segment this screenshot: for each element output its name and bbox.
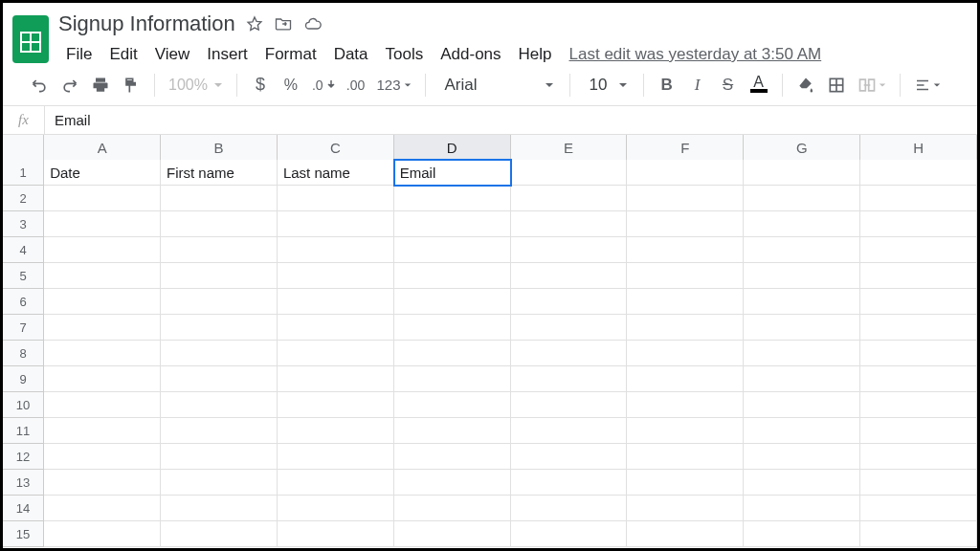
cell-A2[interactable] xyxy=(44,186,161,211)
cell-F5[interactable] xyxy=(627,263,744,289)
cell-B8[interactable] xyxy=(161,341,278,366)
cell-A11[interactable] xyxy=(44,418,161,444)
cell-D2[interactable] xyxy=(394,186,511,211)
cell-H10[interactable] xyxy=(860,392,977,418)
menu-data[interactable]: Data xyxy=(326,41,376,68)
cell-A5[interactable] xyxy=(44,263,161,289)
cell-G5[interactable] xyxy=(744,263,860,289)
cell-E5[interactable] xyxy=(511,263,628,289)
cell-H2[interactable] xyxy=(860,186,977,211)
cell-C5[interactable] xyxy=(278,263,394,289)
cell-E2[interactable] xyxy=(511,186,628,211)
column-header-D[interactable]: D xyxy=(394,135,511,160)
cell-B1[interactable]: First name xyxy=(161,160,278,186)
cell-A3[interactable] xyxy=(44,211,161,237)
cell-E14[interactable] xyxy=(511,496,628,521)
cell-F10[interactable] xyxy=(627,392,744,418)
row-header-1[interactable]: 1 xyxy=(3,160,44,186)
cell-H5[interactable] xyxy=(860,263,977,289)
font-family-select[interactable]: Arial xyxy=(435,72,560,99)
cell-A4[interactable] xyxy=(44,237,161,263)
cell-H15[interactable] xyxy=(860,521,977,547)
cell-H7[interactable] xyxy=(860,315,977,341)
row-header-12[interactable]: 12 xyxy=(3,444,44,470)
cell-B10[interactable] xyxy=(161,392,278,418)
cell-F11[interactable] xyxy=(627,418,744,444)
cell-C3[interactable] xyxy=(278,211,394,237)
cell-F8[interactable] xyxy=(627,341,744,366)
cell-E8[interactable] xyxy=(511,341,628,366)
row-header-5[interactable]: 5 xyxy=(3,263,44,289)
row-header-13[interactable]: 13 xyxy=(3,470,44,496)
cell-E11[interactable] xyxy=(511,418,628,444)
strikethrough-button[interactable]: S xyxy=(715,71,742,99)
redo-button[interactable] xyxy=(56,71,83,99)
cell-E4[interactable] xyxy=(511,237,628,263)
row-header-3[interactable]: 3 xyxy=(3,211,44,237)
row-header-10[interactable]: 10 xyxy=(3,392,44,418)
cell-C7[interactable] xyxy=(278,315,394,341)
cell-C8[interactable] xyxy=(278,341,394,366)
cell-F3[interactable] xyxy=(627,211,744,237)
cell-C10[interactable] xyxy=(278,392,394,418)
cell-G1[interactable] xyxy=(744,160,860,186)
merge-cells-button[interactable] xyxy=(854,71,890,99)
cell-F4[interactable] xyxy=(627,237,744,263)
cell-D13[interactable] xyxy=(394,470,511,496)
cell-C15[interactable] xyxy=(278,521,394,547)
cell-B11[interactable] xyxy=(161,418,278,444)
row-header-14[interactable]: 14 xyxy=(3,496,44,521)
column-header-G[interactable]: G xyxy=(744,135,860,160)
cell-B13[interactable] xyxy=(161,470,278,496)
cell-H3[interactable] xyxy=(860,211,977,237)
doc-title[interactable]: Signup Information xyxy=(58,11,235,36)
row-header-4[interactable]: 4 xyxy=(3,237,44,263)
fill-color-button[interactable] xyxy=(792,71,819,99)
cell-G2[interactable] xyxy=(744,186,860,211)
paint-format-button[interactable] xyxy=(118,71,145,99)
cell-C14[interactable] xyxy=(278,496,394,521)
column-header-F[interactable]: F xyxy=(627,135,744,160)
cell-E9[interactable] xyxy=(511,366,628,392)
cell-G10[interactable] xyxy=(744,392,860,418)
sheets-app-icon[interactable] xyxy=(11,12,51,66)
cell-D11[interactable] xyxy=(394,418,511,444)
cell-A7[interactable] xyxy=(44,315,161,341)
menu-view[interactable]: View xyxy=(147,41,198,68)
cell-B4[interactable] xyxy=(161,237,278,263)
cell-D4[interactable] xyxy=(394,237,511,263)
cell-F6[interactable] xyxy=(627,289,744,315)
cell-G8[interactable] xyxy=(744,341,860,366)
cell-C6[interactable] xyxy=(278,289,394,315)
cloud-status-icon[interactable] xyxy=(302,14,323,33)
cell-H12[interactable] xyxy=(860,444,977,470)
cell-G3[interactable] xyxy=(744,211,860,237)
row-header-7[interactable]: 7 xyxy=(3,315,44,341)
cell-F7[interactable] xyxy=(627,315,744,341)
cell-A10[interactable] xyxy=(44,392,161,418)
cell-C1[interactable]: Last name xyxy=(278,160,394,186)
cell-G12[interactable] xyxy=(744,444,860,470)
cell-H8[interactable] xyxy=(860,341,977,366)
cell-A13[interactable] xyxy=(44,470,161,496)
cell-A6[interactable] xyxy=(44,289,161,315)
font-size-select[interactable]: 10 xyxy=(580,72,634,99)
cell-H9[interactable] xyxy=(860,366,977,392)
menu-addons[interactable]: Add-ons xyxy=(433,41,508,68)
row-header-11[interactable]: 11 xyxy=(3,418,44,444)
zoom-select[interactable]: 100% xyxy=(165,77,227,94)
cell-G15[interactable] xyxy=(744,521,860,547)
row-header-6[interactable]: 6 xyxy=(3,289,44,315)
cell-C12[interactable] xyxy=(278,444,394,470)
cell-G11[interactable] xyxy=(744,418,860,444)
cell-C9[interactable] xyxy=(278,366,394,392)
cell-G4[interactable] xyxy=(744,237,860,263)
cell-D10[interactable] xyxy=(394,392,511,418)
cell-E6[interactable] xyxy=(511,289,628,315)
cell-A15[interactable] xyxy=(44,521,161,547)
cell-A12[interactable] xyxy=(44,444,161,470)
move-icon[interactable] xyxy=(274,14,293,33)
format-percent-button[interactable]: % xyxy=(278,71,304,99)
cell-F13[interactable] xyxy=(627,470,744,496)
cell-H1[interactable] xyxy=(860,160,977,186)
